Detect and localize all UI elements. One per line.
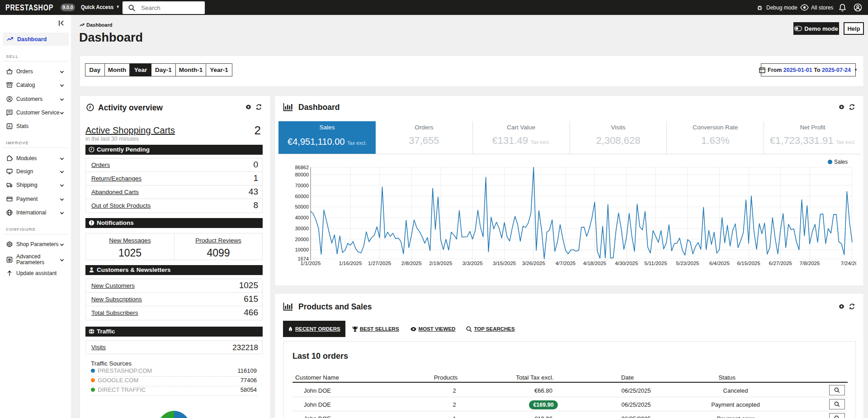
- svg-text:70000: 70000: [295, 183, 309, 188]
- svg-text:6/15/2025: 6/15/2025: [737, 261, 760, 266]
- svg-text:6/27/2025: 6/27/2025: [769, 261, 792, 266]
- svg-text:60000: 60000: [295, 194, 309, 199]
- svg-text:7/24/2025: 7/24/2025: [840, 261, 856, 266]
- svg-text:80000: 80000: [295, 172, 309, 177]
- svg-text:3/15/2025: 3/15/2025: [493, 261, 516, 266]
- svg-text:1/1/2025: 1/1/2025: [301, 261, 321, 266]
- svg-text:5/11/2025: 5/11/2025: [644, 261, 667, 266]
- svg-text:6/4/2025: 6/4/2025: [709, 261, 730, 266]
- svg-text:10000: 10000: [295, 247, 309, 252]
- svg-text:5/23/2025: 5/23/2025: [676, 261, 699, 266]
- svg-text:4/7/2025: 4/7/2025: [555, 261, 576, 266]
- svg-text:30000: 30000: [295, 226, 309, 231]
- svg-text:1/16/2025: 1/16/2025: [339, 261, 362, 266]
- svg-text:1/27/2025: 1/27/2025: [368, 261, 391, 266]
- svg-text:86862: 86862: [295, 165, 309, 170]
- svg-text:50000: 50000: [295, 204, 309, 209]
- svg-text:40000: 40000: [295, 215, 309, 220]
- svg-text:2/19/2025: 2/19/2025: [429, 261, 452, 266]
- svg-text:4/30/2025: 4/30/2025: [615, 261, 638, 266]
- svg-text:4/18/2025: 4/18/2025: [583, 261, 606, 266]
- svg-text:3/3/2025: 3/3/2025: [462, 261, 483, 266]
- svg-text:Sales: Sales: [834, 159, 848, 165]
- svg-text:7/8/2025: 7/8/2025: [800, 261, 820, 266]
- svg-text:2/8/2025: 2/8/2025: [401, 261, 422, 266]
- svg-text:20000: 20000: [295, 237, 309, 242]
- svg-text:3/26/2025: 3/26/2025: [522, 261, 545, 266]
